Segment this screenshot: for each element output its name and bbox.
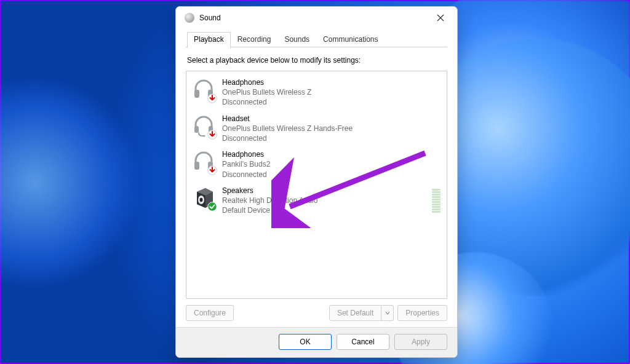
device-item-speakers[interactable]: Speakers Realtek High Definition Audio D… [190, 183, 443, 217]
tab-recording[interactable]: Recording [231, 32, 278, 48]
tab-playback[interactable]: Playback [187, 32, 231, 48]
dialog-footer: OK Cancel Apply [176, 327, 457, 357]
window-title: Sound [199, 14, 221, 22]
svg-point-5 [203, 135, 205, 136]
device-status: Disconnected [222, 97, 311, 107]
svg-rect-3 [194, 126, 199, 133]
set-default-split-button[interactable]: Set Default [329, 305, 394, 321]
tab-bar: Playback Recording Sounds Communications [186, 31, 447, 47]
svg-rect-7 [194, 162, 199, 170]
disconnected-badge-icon [207, 130, 217, 140]
playback-device-list: Headphones OnePlus Bullets Wireless Z Di… [186, 71, 447, 299]
apply-button[interactable]: Apply [394, 334, 447, 350]
set-default-dropdown[interactable] [381, 305, 394, 321]
properties-button[interactable]: Properties [397, 305, 447, 321]
close-icon [437, 14, 444, 22]
device-status: Disconnected [222, 133, 353, 143]
desktop-background: Sound Playback Recording Sounds Communic… [0, 0, 630, 364]
device-status: Disconnected [222, 170, 270, 180]
chevron-down-icon [385, 311, 390, 315]
device-item-headset[interactable]: Headset OnePlus Bullets Wireless Z Hands… [190, 111, 443, 145]
close-button[interactable] [429, 9, 452, 26]
configure-button[interactable]: Configure [186, 305, 234, 321]
sound-app-icon [185, 13, 194, 23]
device-desc: Pankil's Buds2 [222, 159, 270, 169]
tab-communications[interactable]: Communications [316, 32, 385, 48]
device-desc: Realtek High Definition Audio [222, 196, 317, 205]
disconnected-badge-icon [207, 93, 217, 103]
device-status: Default Device [222, 205, 317, 215]
device-name: Headset [222, 114, 353, 124]
titlebar: Sound [176, 7, 457, 29]
device-action-buttons: Configure Set Default Properties [186, 305, 447, 321]
instruction-text: Select a playback device below to modify… [187, 56, 446, 65]
device-name: Headphones [222, 77, 311, 87]
ok-button[interactable]: OK [279, 334, 332, 350]
device-item-headphones-1[interactable]: Headphones OnePlus Bullets Wireless Z Di… [190, 75, 443, 109]
device-desc: OnePlus Bullets Wireless Z Hands-Free [222, 124, 353, 133]
device-desc: OnePlus Bullets Wireless Z [222, 87, 311, 97]
volume-level-meter [432, 188, 441, 213]
svg-point-11 [200, 197, 203, 201]
set-default-button[interactable]: Set Default [329, 305, 381, 321]
tab-sounds[interactable]: Sounds [277, 32, 316, 48]
svg-rect-0 [194, 90, 199, 98]
default-badge-icon [207, 202, 217, 212]
device-name: Speakers [222, 186, 317, 196]
cancel-button[interactable]: Cancel [337, 334, 389, 350]
device-name: Headphones [222, 149, 270, 159]
svg-point-12 [208, 202, 217, 210]
disconnected-badge-icon [207, 165, 217, 175]
sound-dialog: Sound Playback Recording Sounds Communic… [175, 6, 458, 358]
device-item-headphones-2[interactable]: Headphones Pankil's Buds2 Disconnected [190, 147, 443, 181]
